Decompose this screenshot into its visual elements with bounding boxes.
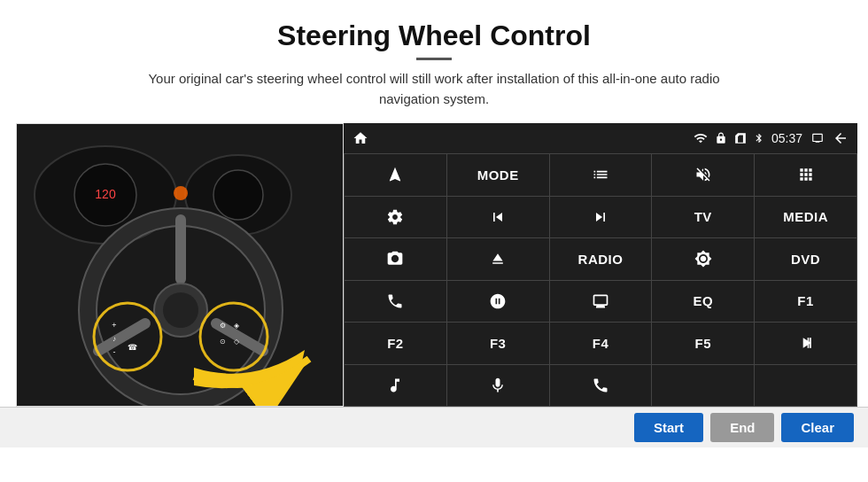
dvd-button[interactable]: DVD [755, 238, 856, 280]
title-divider [416, 58, 452, 60]
f1-button[interactable]: F1 [755, 281, 856, 323]
svg-rect-26 [810, 338, 811, 348]
f2-button[interactable]: F2 [345, 323, 446, 364]
lock-icon [715, 132, 727, 144]
svg-text:◇: ◇ [234, 338, 240, 346]
eject-button[interactable] [447, 238, 549, 280]
panel-time: 05:37 [771, 131, 802, 145]
swipe-button[interactable] [447, 281, 549, 323]
f5-button[interactable]: F5 [652, 323, 754, 364]
svg-point-6 [174, 186, 188, 200]
svg-point-13 [163, 292, 198, 328]
end-button[interactable]: End [710, 413, 774, 442]
music-button[interactable] [345, 365, 446, 407]
playpause-button[interactable] [755, 323, 856, 364]
hangup-button[interactable] [550, 365, 652, 407]
panel-status-bar: 05:37 [344, 123, 857, 153]
subtitle: Your original car's steering wheel contr… [124, 69, 744, 109]
content-area: 120 + ♪ - ☎ ⚙ ◈ ⊙ ◇ [0, 123, 868, 407]
display-button[interactable] [550, 281, 652, 323]
empty1 [652, 365, 754, 407]
panel-nav-icons [353, 130, 368, 146]
svg-text:♪: ♪ [112, 335, 116, 343]
back-icon [833, 130, 849, 146]
svg-text:☎: ☎ [128, 343, 137, 352]
apps-button[interactable] [755, 154, 856, 196]
svg-text:◈: ◈ [234, 322, 240, 330]
svg-text:-: - [113, 347, 116, 356]
clear-button[interactable]: Clear [781, 413, 854, 442]
footer-bar: Start End Clear [0, 407, 868, 447]
next-button[interactable] [550, 197, 652, 238]
mute-button[interactable] [652, 154, 754, 196]
svg-text:⊙: ⊙ [220, 338, 226, 346]
eq-button[interactable]: EQ [652, 281, 754, 323]
panel-button-grid: MODE TV MEDIA [344, 153, 857, 407]
page-title: Steering Wheel Control [0, 0, 868, 58]
f4-button[interactable]: F4 [550, 323, 652, 364]
f3-button[interactable]: F3 [447, 323, 549, 364]
svg-point-4 [213, 170, 263, 220]
sim-icon [734, 132, 747, 144]
radio-button[interactable]: RADIO [550, 238, 652, 280]
svg-rect-25 [807, 338, 809, 348]
settings-button[interactable] [345, 197, 446, 238]
mic-button[interactable] [447, 365, 549, 407]
prev-button[interactable] [447, 197, 549, 238]
phone-button[interactable] [345, 281, 446, 323]
media-button[interactable]: MEDIA [755, 197, 856, 238]
start-button[interactable]: Start [634, 413, 703, 442]
svg-text:120: 120 [95, 187, 116, 201]
tv-button[interactable]: TV [652, 197, 754, 238]
screen-icon [810, 132, 825, 144]
bluetooth-icon [754, 131, 764, 145]
home-icon [353, 130, 368, 146]
svg-text:⚙: ⚙ [220, 322, 226, 330]
navigate-button[interactable] [345, 154, 446, 196]
wifi-icon [694, 131, 708, 145]
cam360-button[interactable] [345, 238, 446, 280]
list-button[interactable] [550, 154, 652, 196]
steering-wheel-image: 120 + ♪ - ☎ ⚙ ◈ ⊙ ◇ [16, 123, 344, 407]
control-panel: 05:37 MODE [344, 123, 857, 407]
mode-button[interactable]: MODE [447, 154, 549, 196]
panel-status-icons: 05:37 [694, 130, 849, 146]
svg-text:+: + [112, 321, 116, 330]
brightness-button[interactable] [652, 238, 754, 280]
empty2 [755, 365, 856, 407]
